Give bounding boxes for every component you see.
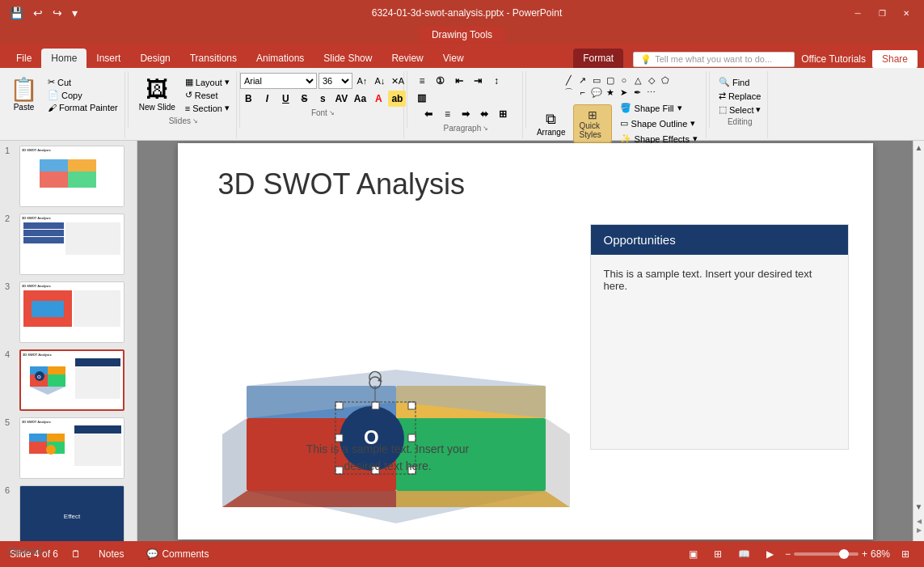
slide-thumb-1[interactable]: 1 3D SWOT Analysis: [3, 144, 133, 209]
copy-button[interactable]: 📄 Copy: [44, 89, 121, 101]
slide-canvas[interactable]: 3D SWOT Analysis: [178, 143, 873, 539]
font-family-select[interactable]: Arial: [240, 73, 317, 89]
shape-block-arrow[interactable]: ➤: [618, 87, 631, 98]
scroll-down-icon[interactable]: ▼: [913, 500, 924, 514]
scroll-right-btn[interactable]: ◀: [917, 518, 922, 525]
swot-3d-graphic[interactable]: O: [222, 305, 570, 542]
paste-button[interactable]: 📋 Paste: [5, 73, 43, 115]
slides-expand-icon[interactable]: ↘: [192, 117, 198, 125]
comments-button[interactable]: 💬 Comments: [141, 547, 213, 561]
shape-more[interactable]: ⋯: [645, 87, 658, 98]
fit-slide-button[interactable]: ⊞: [897, 547, 914, 561]
slide-thumb-box-6[interactable]: Effect: [19, 485, 124, 541]
clear-format-button[interactable]: ✕A: [390, 73, 406, 89]
undo-icon[interactable]: ↩: [30, 5, 46, 21]
smart-art-button[interactable]: ⊞: [494, 106, 512, 122]
tab-home[interactable]: Home: [41, 49, 86, 68]
slide-panel[interactable]: 1 3D SWOT Analysis 2: [0, 141, 137, 541]
shape-outline-button[interactable]: ▭ Shape Outline ▾: [615, 116, 702, 130]
font-size-select[interactable]: 36: [319, 73, 352, 89]
replace-button[interactable]: ⇄ Replace: [715, 90, 765, 102]
columns-button[interactable]: ▥: [413, 90, 431, 106]
scroll-left-btn[interactable]: ▶: [917, 527, 922, 534]
shape-freeform[interactable]: ✒: [631, 87, 644, 98]
slide-thumb-6[interactable]: 6 Effect: [3, 484, 133, 541]
shape-curve[interactable]: ⌒: [563, 87, 576, 98]
slide-thumb-5[interactable]: 5 3D SWOT Analysis: [3, 416, 133, 480]
highlight-color-button[interactable]: ab: [388, 91, 406, 107]
slide-thumb-box-3[interactable]: 3D SWOT Analysis: [19, 281, 124, 343]
reading-view-button[interactable]: 📖: [733, 547, 755, 561]
shape-star[interactable]: ★: [604, 87, 617, 98]
opportunity-panel[interactable]: Opportunities This is a sample text. Ins…: [590, 224, 849, 450]
bold-button[interactable]: B: [239, 91, 257, 107]
zoom-in-button[interactable]: +: [862, 548, 867, 560]
shape-fill-dropdown[interactable]: ▾: [677, 103, 682, 113]
increase-font-button[interactable]: A↑: [354, 73, 370, 89]
number-list-button[interactable]: ①: [432, 73, 449, 89]
shape-rect[interactable]: ▭: [590, 74, 603, 86]
close-button[interactable]: ✕: [895, 4, 918, 22]
shape-connector[interactable]: ⌐: [576, 87, 589, 98]
increase-indent-button[interactable]: ⇥: [469, 73, 487, 89]
slide-title[interactable]: 3D SWOT Analysis: [218, 167, 465, 201]
shape-arrow[interactable]: ↗: [576, 74, 589, 86]
slide-canvas-wrap[interactable]: 3D SWOT Analysis: [137, 141, 913, 541]
slideshow-view-button[interactable]: ▶: [762, 547, 778, 561]
align-center-button[interactable]: ≡: [438, 106, 456, 122]
slide-sorter-button[interactable]: ⊞: [709, 547, 727, 561]
decrease-indent-button[interactable]: ⇤: [450, 73, 468, 89]
tab-view[interactable]: View: [433, 49, 474, 68]
format-painter-button[interactable]: 🖌 Format Painter: [44, 102, 121, 113]
bullet-list-button[interactable]: ≡: [413, 73, 431, 89]
shape-diamond[interactable]: ◇: [645, 74, 658, 86]
tab-slideshow[interactable]: Slide Show: [314, 49, 382, 68]
restore-button[interactable]: ❐: [871, 4, 893, 22]
customize-qa-icon[interactable]: ▾: [69, 5, 81, 21]
strikethrough-button[interactable]: S: [295, 91, 313, 107]
save-icon[interactable]: 💾: [6, 5, 27, 21]
paragraph-expand-icon[interactable]: ↘: [483, 125, 488, 132]
shape-outline-dropdown[interactable]: ▾: [690, 118, 695, 129]
normal-view-button[interactable]: ▣: [684, 547, 702, 561]
shape-fill-button[interactable]: 🪣 Shape Fill ▾: [615, 101, 702, 115]
tell-me-box[interactable]: 💡 Tell me what you want to do...: [633, 52, 795, 67]
tab-file[interactable]: File: [6, 49, 41, 68]
zoom-slider[interactable]: [794, 552, 859, 556]
font-color-button[interactable]: A: [369, 91, 387, 107]
minimize-button[interactable]: ─: [846, 4, 869, 22]
select-button[interactable]: ⬚ Select ▾: [715, 104, 765, 116]
clipboard-expand-icon[interactable]: ↘: [44, 548, 49, 555]
tab-review[interactable]: Review: [382, 49, 432, 68]
tab-insert[interactable]: Insert: [86, 49, 130, 68]
tab-animations[interactable]: Animations: [247, 49, 314, 68]
underline-button[interactable]: U: [276, 91, 294, 107]
cut-button[interactable]: ✂ Cut: [44, 76, 121, 88]
new-slide-button[interactable]: 🖼 New Slide: [134, 73, 180, 115]
decrease-font-button[interactable]: A↓: [372, 73, 388, 89]
slide-thumb-box-2[interactable]: 3D SWOT Analysis: [19, 214, 124, 275]
reset-button[interactable]: ↺ Reset: [182, 89, 233, 101]
find-button[interactable]: 🔍 Find: [715, 76, 765, 88]
zoom-thumb[interactable]: [839, 549, 849, 559]
scroll-up-icon[interactable]: ▲: [913, 141, 924, 154]
office-tutorials-link[interactable]: Office Tutorials: [801, 53, 866, 65]
shape-oval[interactable]: ○: [618, 74, 631, 86]
shape-callout[interactable]: 💬: [590, 87, 603, 98]
notes-button[interactable]: Notes: [94, 547, 129, 561]
redo-icon[interactable]: ↪: [49, 5, 65, 21]
shadow-button[interactable]: s: [314, 91, 331, 107]
justify-button[interactable]: ⬌: [475, 106, 493, 122]
arrange-button[interactable]: ⧉ Arrange: [532, 108, 571, 140]
align-left-button[interactable]: ⬅: [420, 106, 437, 122]
slide-thumb-4[interactable]: 4 3D SWOT Analysis: [3, 348, 133, 413]
slide-thumb-2[interactable]: 2 3D SWOT Analysis: [3, 212, 133, 277]
tab-format[interactable]: Format: [573, 49, 623, 68]
font-expand-icon[interactable]: ↘: [329, 109, 335, 116]
shape-triangle[interactable]: △: [631, 74, 644, 86]
line-spacing-button[interactable]: ↕: [487, 73, 505, 89]
shape-pentagon[interactable]: ⬠: [659, 74, 672, 86]
italic-button[interactable]: I: [258, 91, 276, 107]
change-case-button[interactable]: Aa: [351, 91, 369, 107]
tab-transitions[interactable]: Transitions: [180, 49, 247, 68]
